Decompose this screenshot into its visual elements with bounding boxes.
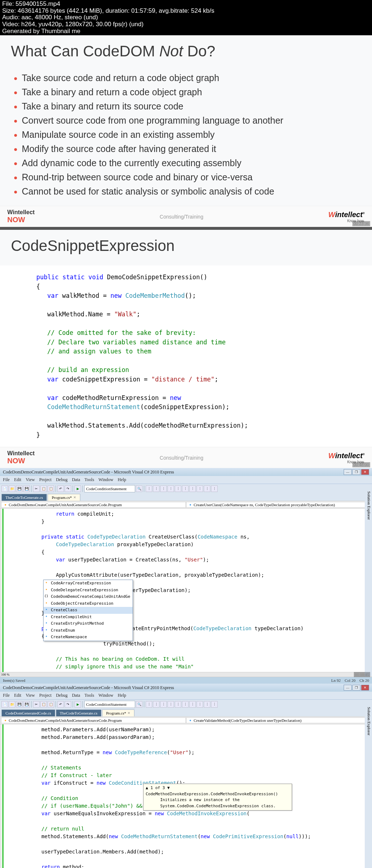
tb-icon[interactable]: ⋮: [175, 701, 181, 708]
tab-codetogenerate[interactable]: TheCodeToGenerate.cs: [1, 494, 47, 501]
menu-window[interactable]: Window: [98, 693, 113, 698]
tb-icon[interactable]: ⋮: [167, 701, 174, 708]
intellisense-popup[interactable]: 🔸CodeArrayCreateExpression 🔸CodeDelegate…: [43, 580, 133, 641]
run-icon[interactable]: ▶: [74, 701, 81, 708]
menu-debug[interactable]: Debug: [56, 693, 68, 698]
tab-program[interactable]: Program.cs*✕: [48, 494, 80, 501]
intellisense-item[interactable]: 🔹CreateEntryPointMethod: [44, 620, 133, 627]
menu-file[interactable]: File: [3, 477, 10, 483]
class-combo[interactable]: 🔸CodeDomDemoCreateCompileUnitAndGenerate…: [1, 502, 186, 508]
menu-tools[interactable]: Tools: [85, 477, 94, 483]
window-title: CodeDomDemoCreateCompileUnitAndGenerateS…: [3, 685, 174, 691]
tb-icon[interactable]: ⋮: [211, 701, 218, 708]
tab-program[interactable]: Program.cs*✕: [102, 709, 134, 716]
find-icon[interactable]: 🔍: [136, 485, 142, 492]
close-tab-icon[interactable]: ✕: [128, 711, 130, 715]
tb-icon[interactable]: ⋮: [211, 485, 218, 492]
menu-window[interactable]: Window: [98, 477, 113, 483]
menu-data[interactable]: Data: [72, 477, 80, 483]
slide-2: CodeSnippetExpression public static void…: [0, 230, 372, 468]
tb-icon[interactable]: ⋮: [189, 485, 196, 492]
maximize-button[interactable]: ❐: [352, 685, 360, 691]
new-icon[interactable]: 📄: [1, 485, 8, 492]
tb-icon[interactable]: ⋮: [160, 701, 167, 708]
solution-explorer-tab[interactable]: Solution Explorer: [365, 705, 372, 868]
undo-icon[interactable]: ↶: [57, 485, 64, 492]
tb-icon[interactable]: ⋮: [204, 701, 210, 708]
close-button[interactable]: ✕: [361, 469, 369, 475]
horizontal-scrollbar[interactable]: 100 %▸: [0, 672, 372, 677]
undo-icon[interactable]: ↶: [57, 701, 64, 708]
find-combo[interactable]: CodeConditionStatement: [84, 701, 135, 708]
tb-icon[interactable]: ⋮: [204, 485, 210, 492]
menu-edit[interactable]: Edit: [14, 477, 21, 483]
save-icon[interactable]: 💾: [16, 485, 23, 492]
menu-help[interactable]: Help: [118, 477, 126, 483]
menu-file[interactable]: File: [3, 693, 10, 698]
save-icon[interactable]: 💾: [16, 701, 23, 708]
close-button[interactable]: ✕: [361, 685, 369, 691]
code-editor[interactable]: method.Parameters.Add(userNameParam); me…: [0, 724, 372, 868]
paste-icon[interactable]: 📋: [48, 701, 54, 708]
tb-icon[interactable]: ⋮: [153, 701, 159, 708]
tb-icon[interactable]: ⋮: [160, 485, 167, 492]
paste-icon[interactable]: 📋: [48, 485, 54, 492]
saveall-icon[interactable]: 💾: [23, 701, 30, 708]
class-combo[interactable]: 🔸CodeDomDemoCreateCompileUnitAndGenerate…: [1, 717, 186, 723]
tb-icon[interactable]: ⋮: [146, 485, 152, 492]
menu-view[interactable]: View: [26, 693, 35, 698]
status-left: Item(s) Saved: [3, 678, 25, 683]
menu-project[interactable]: Project: [39, 693, 52, 698]
intellisense-item[interactable]: 🔹CreateNamespace: [44, 634, 133, 641]
new-icon[interactable]: 📄: [1, 701, 8, 708]
solution-explorer-tab[interactable]: Solution Explorer: [365, 490, 372, 676]
menu-edit[interactable]: Edit: [14, 693, 21, 698]
intellisense-item[interactable]: 🔸CodeObjectCreateExpression: [44, 600, 133, 607]
member-combo[interactable]: 🔹CreateUserClass(CodeNamespace ns, CodeT…: [186, 502, 371, 508]
intellisense-item[interactable]: 🔹CreateEnum: [44, 627, 133, 634]
tb-icon[interactable]: ⋮: [182, 701, 189, 708]
titlebar[interactable]: CodeDomDemoCreateCompileUnitAndGenerateS…: [0, 468, 372, 476]
close-tab-icon[interactable]: ✕: [73, 496, 76, 499]
menu-debug[interactable]: Debug: [56, 477, 68, 483]
tab-codetogenerate[interactable]: TheCodeToGenerate.cs: [56, 709, 101, 716]
code-editor[interactable]: return compileUnit; } private static Cod…: [0, 509, 372, 672]
tb-icon[interactable]: ⋮: [167, 485, 174, 492]
redo-icon[interactable]: ↷: [65, 701, 71, 708]
tb-icon[interactable]: ⋮: [189, 701, 196, 708]
tb-icon[interactable]: ⋮: [146, 701, 152, 708]
tb-icon[interactable]: ⋮: [197, 485, 203, 492]
copy-icon[interactable]: 📋: [40, 485, 47, 492]
find-combo[interactable]: CodeConditionStatement: [84, 485, 135, 492]
intellisense-item[interactable]: 🔹CreateCompileUnit: [44, 614, 133, 621]
copy-icon[interactable]: 📋: [40, 701, 47, 708]
menu-project[interactable]: Project: [39, 477, 52, 483]
tab-generatedcode[interactable]: CodeDomGeneratedCode.cs: [1, 709, 55, 716]
open-icon[interactable]: 📁: [9, 701, 15, 708]
find-icon[interactable]: 🔍: [136, 701, 142, 708]
maximize-button[interactable]: ❐: [352, 469, 360, 475]
menu-help[interactable]: Help: [118, 693, 126, 698]
tb-icon[interactable]: ⋮: [182, 485, 189, 492]
intellisense-item[interactable]: 🔸CodeArrayCreateExpression: [44, 580, 133, 587]
titlebar[interactable]: CodeDomDemoCreateCompileUnitAndGenerateS…: [0, 684, 372, 692]
member-combo[interactable]: 🔹CreateValidateMethod(CodeTypeDeclaratio…: [186, 717, 371, 723]
minimize-button[interactable]: —: [344, 685, 352, 691]
minimize-button[interactable]: —: [344, 469, 352, 475]
intellisense-item-selected[interactable]: 🔹CreateClass: [44, 607, 133, 614]
tb-icon[interactable]: ⋮: [197, 701, 203, 708]
tb-icon[interactable]: ⋮: [153, 485, 159, 492]
cut-icon[interactable]: ✂: [33, 485, 40, 492]
menu-view[interactable]: View: [26, 477, 35, 483]
menu-bar: File Edit View Project Debug Data Tools …: [0, 476, 372, 484]
run-icon[interactable]: ▶: [74, 485, 81, 492]
redo-icon[interactable]: ↷: [65, 485, 71, 492]
menu-tools[interactable]: Tools: [85, 693, 94, 698]
cut-icon[interactable]: ✂: [33, 701, 40, 708]
open-icon[interactable]: 📁: [9, 485, 15, 492]
menu-data[interactable]: Data: [72, 693, 80, 698]
saveall-icon[interactable]: 💾: [23, 485, 30, 492]
intellisense-item[interactable]: {}CodeDomDemoCreateCompileUnitAndGe: [44, 593, 133, 600]
intellisense-item[interactable]: 🔸CodeDelegateCreateExpression: [44, 587, 133, 594]
tb-icon[interactable]: ⋮: [175, 485, 181, 492]
